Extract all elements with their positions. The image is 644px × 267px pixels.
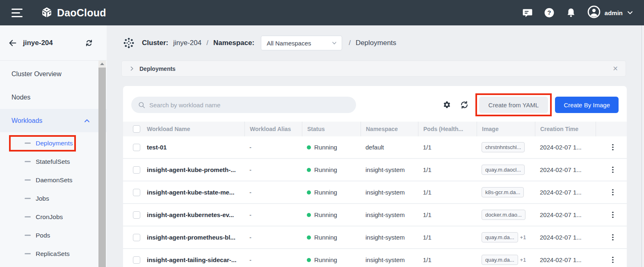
table-row: insight-agent-prometheus-bl...-Runningin… [123,226,627,249]
row-actions-kebab-icon[interactable] [610,143,615,152]
scroll-up-arrow-icon[interactable] [98,61,106,67]
panel-title: Deployments [139,66,176,72]
actions-cell [596,188,627,197]
refresh-icon[interactable] [459,100,470,110]
sidebar-scrollbar[interactable] [98,61,106,267]
column-workload-name[interactable]: Workload Name [142,122,244,136]
column-image[interactable]: Image [477,122,535,136]
sidebar-item-deployments[interactable]: Deployments [0,134,107,152]
workload-name-cell: insight-agent-tailing-sidecar-... [142,256,244,263]
sidebar-item-workloads[interactable]: Workloads [0,109,107,132]
workload-name-cell: insight-agent-kube-prometh-... [142,166,244,173]
help-icon[interactable]: ? [544,7,555,18]
column-status[interactable]: Status [302,122,361,136]
workload-alias-cell: - [244,211,302,218]
chevron-down-icon [627,9,633,16]
page-scrollbar[interactable] [642,25,644,267]
workload-name-link[interactable]: insight-agent-kube-prometh-... [147,166,236,173]
username: admin [605,9,623,16]
menu-icon[interactable] [10,7,24,19]
topbar: DaoCloud ? admin [0,0,644,25]
create-by-image-button[interactable]: Create By Image [555,97,619,113]
row-checkbox[interactable] [133,189,140,196]
sidebar-scrollbar-thumb[interactable] [98,68,106,267]
status-cell: Running [302,144,361,151]
notifications-icon[interactable] [566,7,576,18]
cluster-value[interactable]: jinye-204 [173,39,201,47]
sidebar-item-pods[interactable]: Pods [0,226,107,244]
column-creation-time[interactable]: Creation Time [535,122,596,136]
workload-name-link[interactable]: test-01 [147,144,167,151]
search-input[interactable] [149,102,349,109]
create-from-yaml-button[interactable]: Create from YAML [479,97,548,113]
creation-time-cell: 2024-02-07 1... [535,144,596,151]
switch-cluster-icon[interactable] [84,38,94,48]
sidebar-item-cronjobs[interactable]: CronJobs [0,208,107,226]
chevron-up-icon [84,118,90,124]
settings-gear-icon[interactable] [442,100,452,110]
back-button[interactable] [8,38,17,48]
column-namespace[interactable]: Namespace [361,122,418,136]
workload-alias-cell: - [244,256,302,263]
table-row: insight-agent-tailing-sidecar-...-Runnin… [123,249,627,267]
workload-name-link[interactable]: insight-agent-prometheus-bl... [147,234,235,241]
workload-name-cell: insight-agent-prometheus-bl... [142,234,244,241]
select-all-checkbox[interactable] [133,125,140,133]
actions-cell [596,143,627,152]
deployments-collapse-panel[interactable]: Deployments ✕ [121,61,626,77]
user-menu[interactable]: admin [587,5,633,20]
pods-cell: 1/1 [418,211,477,218]
sidebar-item-replicasets[interactable]: ReplicaSets [0,244,107,263]
sidebar: jinye-204 Cluster Overview Nodes Workloa… [0,25,107,267]
namespace-select[interactable]: All Namespaces [261,36,342,50]
row-checkbox[interactable] [133,211,140,219]
pods-cell: 1/1 [418,234,477,241]
creation-time-cell: 2024-02-07 1... [535,234,596,241]
row-checkbox[interactable] [133,166,140,174]
messages-icon[interactable] [522,7,533,18]
workload-alias-cell: - [244,144,302,151]
image-cell: k8s-gcr.m.da... [477,187,535,197]
workloads-card: Create from YAML Create By Image Workloa… [123,86,627,267]
brand-logo[interactable]: DaoCloud [41,7,106,19]
row-checkbox[interactable] [133,144,140,151]
row-actions-kebab-icon[interactable] [610,188,615,197]
sidebar-item-nodes[interactable]: Nodes [0,86,107,109]
row-actions-kebab-icon[interactable] [610,165,615,175]
actions-cell [596,233,627,242]
search-box [131,97,356,113]
sidebar-item-statefulsets[interactable]: StatefulSets [0,152,107,171]
workload-name-link[interactable]: insight-agent-kubernetes-ev... [147,211,234,218]
workload-alias-cell: - [244,189,302,196]
sidebar-item-daemonsets[interactable]: DaemonSets [0,171,107,189]
pods-cell: 1/1 [418,166,477,173]
status-dot [307,190,311,195]
sidebar-nav: Cluster Overview Nodes Workloads Deploym… [0,61,107,263]
column-workload-alias[interactable]: Workload Alias [244,122,302,136]
sidebar-cluster-name: jinye-204 [23,39,53,47]
workload-name-cell: insight-agent-kube-state-me... [142,189,244,196]
row-checkbox[interactable] [133,234,140,241]
pods-cell: 1/1 [418,256,477,263]
table-toolbar: Create from YAML Create By Image [123,86,627,122]
close-icon[interactable]: ✕ [613,66,618,72]
workload-name-link[interactable]: insight-agent-kube-state-me... [147,189,234,196]
chevron-down-icon [331,40,338,46]
status-dot [307,145,311,149]
sidebar-item-cluster-overview[interactable]: Cluster Overview [0,62,107,86]
row-actions-kebab-icon[interactable] [610,233,615,242]
workload-name-link[interactable]: insight-agent-tailing-sidecar-... [147,256,236,263]
namespace-value: All Namespaces [267,40,311,47]
row-checkbox[interactable] [133,256,140,264]
table-body: test-01-Runningdefault1/1chrstnhntschl..… [123,136,627,267]
row-actions-kebab-icon[interactable] [610,255,615,265]
table-row: test-01-Runningdefault1/1chrstnhntschl..… [123,136,627,159]
row-actions-kebab-icon[interactable] [610,210,615,220]
image-extra-count: +1 [520,234,526,240]
image-extra-count: +1 [520,257,526,263]
namespace-cell: insight-system [361,234,418,241]
sidebar-item-label: DaemonSets [36,176,73,184]
sidebar-item-jobs[interactable]: Jobs [0,189,107,208]
column-pods[interactable]: Pods (Health... [418,122,477,136]
status-cell: Running [302,211,361,218]
